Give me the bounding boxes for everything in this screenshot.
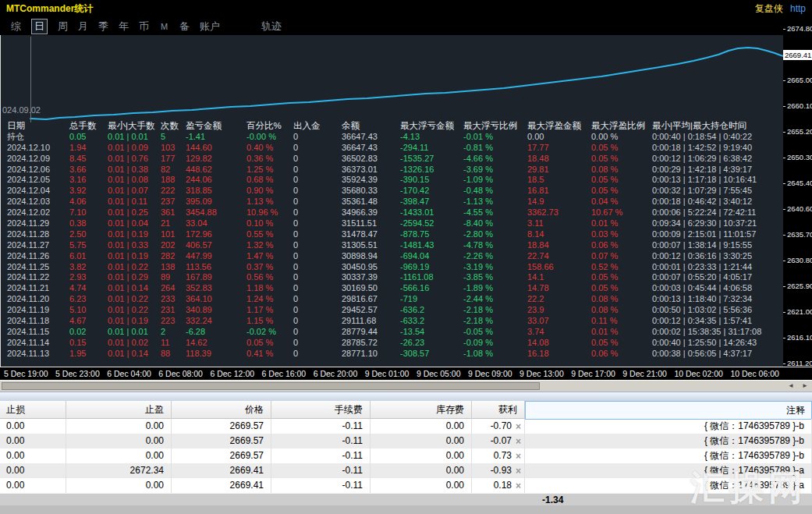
- order-row[interactable]: 0.000.002669.57-0.110.00-0.07×{ 微信：17463…: [0, 434, 812, 448]
- menu-item-3[interactable]: 周: [58, 19, 68, 34]
- stats-cell: 18.84: [527, 240, 591, 251]
- stats-cell: 6.01: [69, 251, 108, 262]
- brand-url-link[interactable]: http: [790, 3, 806, 14]
- stats-cell: -1.89 %: [463, 283, 527, 294]
- stats-cell: -6.28: [186, 327, 246, 338]
- stats-cell: -390.15: [400, 175, 463, 186]
- order-tp: 2672.34: [66, 463, 172, 478]
- panel-splitter[interactable]: [0, 392, 812, 401]
- stats-row[interactable]: 2024.12.101.940.01 | 0.09103144.600.40 %…: [1, 143, 784, 154]
- stats-cell: 395.09: [186, 197, 246, 207]
- menu-item-6[interactable]: 年: [119, 19, 129, 34]
- stats-cell: 1.15 %: [246, 316, 293, 327]
- orders-header-commission[interactable]: 手续费: [271, 401, 371, 420]
- menu-item-5[interactable]: 季: [98, 19, 108, 34]
- stats-row[interactable]: 2024.11.253.820.01 | 0.22138113.560.37 %…: [1, 262, 784, 273]
- stats-cell: 0: [293, 349, 342, 360]
- stats-row[interactable]: 2024.11.266.010.01 | 0.19282447.991.47 %…: [1, 251, 784, 262]
- stats-cell: 0:00:09 | 2:15:01 | 11:01:57: [652, 229, 784, 240]
- stats-cell: 172.96: [186, 229, 246, 240]
- stats-cell: 2024.11.20: [7, 294, 69, 305]
- stats-cell: -636.2: [400, 305, 463, 316]
- stats-cell: 0:00:29 | 1:42:18 | 4:39:17: [652, 165, 784, 175]
- orders-header-price[interactable]: 价格: [172, 401, 271, 420]
- menu-item-8[interactable]: M: [159, 22, 169, 31]
- stats-row[interactable]: 2024.12.053.160.01 | 0.08188244.060.68 %…: [1, 175, 784, 186]
- menu-item-9[interactable]: 备: [179, 19, 190, 34]
- stats-cell: 1.94: [69, 143, 108, 154]
- orders-header-comment[interactable]: 注释: [525, 401, 812, 420]
- menu-item-7[interactable]: 币: [139, 19, 149, 34]
- stats-row[interactable]: 2024.11.206.230.01 | 0.22233364.101.24 %…: [1, 294, 784, 305]
- order-row[interactable]: 0.000.002669.41-0.110.000.18×{ 微信：174639…: [0, 478, 812, 493]
- stats-row[interactable]: 2024.11.150.020.01 | 0.012-6.28-0.02 %02…: [1, 327, 784, 338]
- order-row[interactable]: 0.000.002669.57-0.110.00-0.70×{ 微信：17463…: [0, 419, 812, 434]
- stats-cell: 2024.11.28: [7, 229, 69, 240]
- menu-items: 综日周月季年币M备账户: [11, 19, 230, 34]
- orders-header-sl[interactable]: 止损: [0, 401, 66, 420]
- order-row[interactable]: 0.000.002669.57-0.110.000.73×{ 微信：174639…: [0, 448, 812, 463]
- stats-cell: 2024.12.06: [7, 165, 69, 175]
- price-tick: 2660.10: [783, 101, 812, 111]
- menu-item-1[interactable]: 综: [11, 19, 21, 34]
- stats-cell: 0:00:13 | 1:18:40 | 7:32:34: [652, 294, 784, 305]
- scrollbar-thumb[interactable]: [2, 382, 540, 390]
- stats-cell: 0.68 %: [246, 175, 293, 186]
- orders-header-profit[interactable]: 获利: [472, 401, 525, 420]
- scroll-left-arrow-icon[interactable]: ◄: [785, 381, 797, 391]
- stats-cell: 0.01 | 0.01: [108, 327, 161, 338]
- stats-cell: 0.07 %: [591, 251, 652, 262]
- order-row[interactable]: 0.002672.342669.41-0.110.00-0.93×{ 微信：17…: [0, 463, 812, 478]
- stats-cell: 5.10: [69, 305, 108, 316]
- menu-item-4[interactable]: 月: [78, 19, 88, 34]
- stats-cell: -26.23: [400, 338, 463, 349]
- stats-cell: 0.01 | 0.14: [108, 349, 161, 360]
- stats-cell: 0: [293, 240, 342, 251]
- close-order-icon[interactable]: ×: [516, 466, 521, 476]
- stats-cell: -4.78 %: [463, 240, 527, 251]
- close-order-icon[interactable]: ×: [516, 422, 521, 431]
- stats-cell: 33.07: [527, 316, 591, 327]
- stats-cell: 2024.11.15: [7, 327, 69, 338]
- stats-row[interactable]: 2024.11.290.380.01 | 0.042133.040.10 %03…: [1, 218, 784, 229]
- stats-row[interactable]: 2024.11.140.150.01 | 0.021114.620.05 %02…: [1, 338, 784, 349]
- close-order-icon[interactable]: ×: [516, 437, 521, 446]
- stats-row[interactable]: 2024.11.131.950.01 | 0.1488118.390.41 %0…: [1, 349, 784, 360]
- orders-header-swap[interactable]: 库存费: [371, 401, 472, 420]
- horizontal-scrollbar[interactable]: ◄ ►: [0, 380, 812, 392]
- orders-header-tp[interactable]: 止盈: [66, 401, 172, 420]
- scroll-right-arrow-icon[interactable]: ►: [799, 381, 811, 391]
- stats-cell: 282: [161, 251, 186, 262]
- order-comment: { 微信：1746395789 }-b: [525, 448, 812, 463]
- stats-row[interactable]: 2024.11.222.930.01 | 0.2989167.890.56 %0…: [1, 272, 784, 283]
- stats-row[interactable]: 2024.11.195.100.01 | 0.22231340.891.17 %…: [1, 305, 784, 316]
- menu-item-2[interactable]: 日: [31, 19, 48, 34]
- stats-cell: 2024.12.09: [7, 154, 69, 165]
- stats-row[interactable]: 2024.12.034.060.01 | 0.11237395.091.13 %…: [1, 197, 784, 207]
- stats-cell: 0.06 %: [591, 240, 652, 251]
- menu-item-trajectory[interactable]: 轨迹: [261, 19, 282, 34]
- close-order-icon[interactable]: ×: [516, 452, 521, 461]
- stats-row[interactable]: 2024.12.063.660.01 | 0.3882448.621.25 %0…: [1, 165, 784, 175]
- stats-cell: 177: [161, 154, 186, 165]
- stats-row[interactable]: 2024.12.098.450.01 | 0.76177129.820.36 %…: [1, 154, 784, 165]
- stats-row[interactable]: 2024.11.275.750.01 | 0.33202406.571.32 %…: [1, 240, 784, 251]
- stats-cell: 3.92: [69, 186, 108, 197]
- close-order-icon[interactable]: ×: [516, 481, 521, 491]
- stats-header-cell: 最小|平均|最大持仓时间: [652, 121, 784, 132]
- stats-cell: 持仓: [7, 132, 69, 143]
- stats-cell: 36647.43: [342, 132, 400, 143]
- stats-cell: 0.05 %: [591, 283, 652, 294]
- stats-row[interactable]: 2024.12.027.100.01 | 0.253613454.8810.96…: [1, 207, 784, 218]
- order-sl: 0.00: [0, 478, 66, 493]
- stats-row[interactable]: 2024.11.184.670.01 | 0.19223332.241.15 %…: [1, 316, 784, 327]
- stats-row[interactable]: 2024.11.282.500.01 | 0.19101172.960.55 %…: [1, 229, 784, 240]
- menu-item-10[interactable]: 账户: [200, 19, 220, 34]
- stats-row[interactable]: 持仓0.050.01 | 0.015-1.41-0.00 %036647.43-…: [1, 132, 784, 143]
- stats-cell: 0: [293, 165, 342, 175]
- stats-row[interactable]: 2024.12.043.920.01 | 0.07222318.850.90 %…: [1, 186, 784, 197]
- stats-cell: 30450.95: [342, 262, 400, 273]
- stats-cell: 18.5: [527, 175, 591, 186]
- stats-cell: 2024.11.26: [7, 251, 69, 262]
- stats-row[interactable]: 2024.11.214.740.01 | 0.14264352.831.18 %…: [1, 283, 784, 294]
